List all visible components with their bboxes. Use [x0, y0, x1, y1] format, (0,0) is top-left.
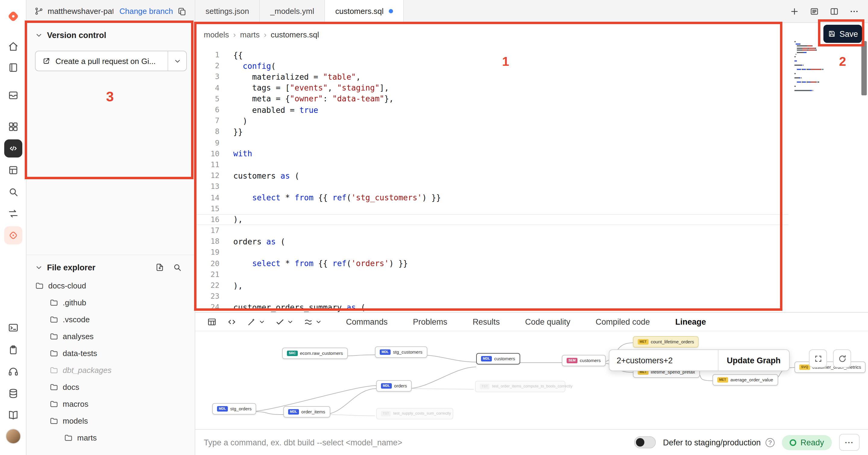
- code-line[interactable]: 5 meta = {"owner": "data-team"},: [195, 93, 788, 105]
- bottom-tab-results[interactable]: Results: [472, 317, 500, 326]
- user-avatar[interactable]: [5, 429, 21, 444]
- lineage-node-customers[interactable]: SEMcustomers: [562, 355, 606, 366]
- split-view-icon[interactable]: [830, 6, 839, 16]
- magnifier-icon[interactable]: [7, 186, 19, 198]
- chevron-down-icon[interactable]: [315, 318, 322, 325]
- tree-item-docs-cloud[interactable]: docs-cloud: [27, 277, 195, 294]
- command-input[interactable]: [204, 438, 627, 447]
- command-more-button[interactable]: ⋯: [839, 434, 860, 451]
- code-line[interactable]: 19: [195, 247, 788, 258]
- notebook-icon[interactable]: [7, 62, 19, 73]
- clipboard-icon[interactable]: [7, 344, 19, 356]
- bottom-tab-problems[interactable]: Problems: [413, 317, 447, 326]
- ai-fix-wand-icon[interactable]: [247, 316, 257, 327]
- lineage-node-test-supply-costs-sum-correctly[interactable]: TSTtest_supply_costs_sum_correctly: [376, 408, 453, 419]
- lineage-selector-input[interactable]: [610, 350, 718, 371]
- copy-branch-icon[interactable]: [177, 6, 187, 16]
- window-icon[interactable]: [7, 165, 19, 176]
- breadcrumb-item[interactable]: customers.sql: [271, 30, 319, 39]
- fullscreen-button[interactable]: [809, 349, 827, 368]
- tree-item-vscode[interactable]: .vscode: [27, 311, 195, 328]
- code-line[interactable]: 12customers as (: [195, 170, 788, 181]
- database-icon[interactable]: [7, 388, 19, 399]
- code-line[interactable]: 10with: [195, 148, 788, 159]
- code-line[interactable]: 18orders as (: [195, 236, 788, 247]
- bottom-tab-compiled-code[interactable]: Compiled code: [595, 317, 650, 326]
- swap-icon[interactable]: [7, 208, 19, 219]
- search-files-icon[interactable]: [173, 262, 182, 272]
- dbt-orange-icon[interactable]: [4, 226, 22, 245]
- tree-item-macros[interactable]: macros: [27, 395, 195, 412]
- panel-list-icon[interactable]: [809, 6, 819, 16]
- code-line[interactable]: 23: [195, 291, 788, 302]
- headset-icon[interactable]: [7, 366, 19, 377]
- tree-item-analyses[interactable]: analyses: [27, 328, 195, 345]
- home-icon[interactable]: [7, 41, 19, 52]
- lineage-node-customers[interactable]: MDLcustomers: [476, 353, 520, 365]
- lineage-node-stg-customers[interactable]: MDLstg_customers: [375, 346, 427, 358]
- code-line[interactable]: 1{{: [195, 50, 788, 60]
- archive-icon[interactable]: [7, 90, 19, 101]
- chevron-down-icon[interactable]: [287, 318, 293, 325]
- tab-models-yml[interactable]: _models.yml: [260, 0, 325, 22]
- tree-item-dbt-packages[interactable]: dbt_packages: [27, 362, 195, 378]
- code-editor-icon[interactable]: [4, 139, 22, 158]
- tree-item-github[interactable]: .github: [27, 294, 195, 311]
- bottom-tab-code-quality[interactable]: Code quality: [525, 317, 570, 326]
- lint-squiggle-icon[interactable]: [303, 316, 313, 327]
- lineage-node-stg-orders[interactable]: MDLstg_orders: [212, 403, 256, 415]
- code-line[interactable]: 16),: [195, 214, 788, 225]
- create-pr-button[interactable]: Create a pull request on Gi...: [36, 51, 167, 70]
- results-table-icon[interactable]: [207, 316, 217, 327]
- defer-toggle[interactable]: [634, 436, 656, 448]
- format-check-icon[interactable]: [275, 316, 285, 327]
- tree-item-docs[interactable]: docs: [27, 378, 195, 395]
- code-line[interactable]: 21: [195, 269, 788, 280]
- code-line[interactable]: 15: [195, 203, 788, 214]
- code-area[interactable]: 1{{2 config(3 materialized = "table",4 t…: [195, 50, 788, 312]
- tree-item-marts[interactable]: marts: [27, 429, 195, 446]
- tab-settings-json[interactable]: settings.json: [195, 0, 260, 22]
- refresh-graph-button[interactable]: [833, 349, 851, 368]
- more-options-icon[interactable]: [849, 6, 859, 16]
- lineage-graph[interactable]: Update Graph SRCecom.raw_customersMDLstg…: [195, 331, 868, 429]
- help-icon[interactable]: ?: [766, 438, 775, 447]
- scrollbar-thumb[interactable]: [861, 41, 867, 95]
- new-tab-icon[interactable]: [789, 6, 799, 16]
- code-line[interactable]: 13: [195, 181, 788, 192]
- code-line[interactable]: 11: [195, 159, 788, 170]
- new-file-icon[interactable]: [155, 262, 164, 272]
- lineage-node-ecom-raw-customers[interactable]: SRCecom.raw_customers: [282, 348, 348, 359]
- code-line[interactable]: 2 config(: [195, 60, 788, 71]
- change-branch-link[interactable]: Change branch: [119, 7, 173, 16]
- code-preview-icon[interactable]: [227, 316, 237, 327]
- code-line[interactable]: 3 materialized = "table",: [195, 72, 788, 82]
- grid-icon[interactable]: [7, 121, 19, 133]
- code-line[interactable]: 8}}: [195, 126, 788, 137]
- code-line[interactable]: 9: [195, 137, 788, 148]
- code-line[interactable]: 4 tags = ["events", "staging"],: [195, 82, 788, 93]
- code-line[interactable]: 17: [195, 225, 788, 236]
- code-line[interactable]: 7 ): [195, 115, 788, 126]
- pr-dropdown-button[interactable]: [168, 51, 186, 70]
- minimap[interactable]: [795, 41, 857, 92]
- code-line[interactable]: 20 select * from {{ ref('orders') }}: [195, 258, 788, 269]
- code-line[interactable]: 14 select * from {{ ref('stg_customers')…: [195, 192, 788, 203]
- scrollbar[interactable]: [860, 23, 868, 312]
- chevron-down-icon[interactable]: [258, 318, 265, 325]
- lineage-node-test-order-items-compute-to-bools-correctly[interactable]: TSTtest_order_items_compute_to_bools_cor…: [475, 381, 565, 392]
- code-line[interactable]: 22),: [195, 280, 788, 291]
- file-explorer-header[interactable]: File explorer: [27, 255, 195, 277]
- code-line[interactable]: 24customer_orders_summary as (: [195, 302, 788, 312]
- lineage-node-customer-order-metrics[interactable]: SVQcustomer_order_metrics: [795, 362, 866, 373]
- lineage-node-average-order-value[interactable]: METaverage_order_value: [712, 374, 778, 386]
- lineage-node-order-items[interactable]: MDLorder_items: [283, 406, 330, 418]
- tab-customers-sql[interactable]: customers.sql: [325, 0, 404, 22]
- tree-item-data-tests[interactable]: data-tests: [27, 345, 195, 362]
- update-graph-button[interactable]: Update Graph: [718, 350, 789, 371]
- code-line[interactable]: 6 enabled = true: [195, 105, 788, 115]
- book-icon[interactable]: [7, 409, 19, 421]
- lineage-node-orders[interactable]: MDLorders: [376, 380, 412, 392]
- breadcrumb-item[interactable]: marts: [240, 30, 260, 39]
- terminal-icon[interactable]: [7, 322, 19, 333]
